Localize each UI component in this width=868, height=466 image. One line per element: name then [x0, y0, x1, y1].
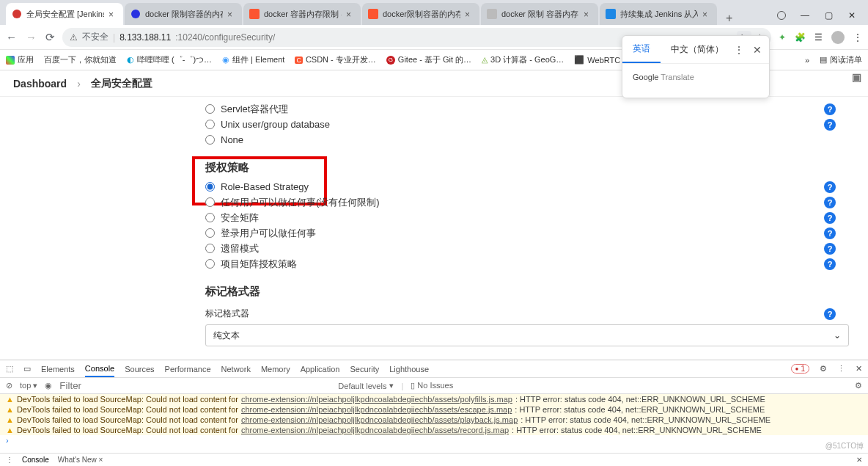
radio-none[interactable]: None [205, 132, 853, 148]
radio-loggedin[interactable]: 登录用户可以做任何事? [205, 225, 853, 241]
svg-rect-2 [249, 9, 260, 19]
bookmark-item[interactable]: GGitee - 基于 Git 的… [386, 54, 471, 65]
baidu-icon [130, 9, 141, 19]
dt-tab-memory[interactable]: Memory [261, 365, 290, 374]
menu-icon[interactable]: ⋮ [837, 364, 845, 374]
bookmark-item[interactable]: CCSDN - 专业开发… [295, 54, 375, 65]
radio-servlet[interactable]: Servlet容器代理? [205, 101, 853, 117]
dt-tab-security[interactable]: Security [350, 365, 379, 374]
breadcrumb-root[interactable]: Dashboard [13, 78, 67, 90]
security-realm-group: Servlet容器代理? Unix user/group database? N… [205, 101, 853, 148]
close-icon[interactable]: × [346, 10, 355, 18]
close-icon[interactable]: × [227, 10, 236, 18]
sourcemap-link[interactable]: chrome-extension://nlpeiachpoljlkpdncoal… [241, 405, 512, 414]
bookmark-item[interactable]: 百度一下，你就知道 [44, 54, 117, 65]
levels-select[interactable]: Default levels ▾ [338, 381, 394, 390]
radio-role-based[interactable]: Role-Based Strategy? [205, 179, 853, 194]
options-icon[interactable]: ⋮ [734, 44, 744, 56]
eye-icon[interactable]: ◉ [45, 381, 52, 390]
maximize-icon[interactable]: ▢ [824, 10, 833, 21]
formatter-select[interactable]: 纯文本 ⌄ [205, 324, 849, 346]
help-icon[interactable]: ? [824, 181, 836, 193]
drawer-console[interactable]: Console [22, 456, 49, 464]
error-count[interactable]: 1 [791, 364, 809, 374]
help-icon[interactable]: ? [824, 243, 836, 255]
extension-icon[interactable]: ✦ [779, 32, 786, 43]
drawer-menu-icon[interactable]: ⋮ [6, 456, 13, 464]
overflow-icon[interactable]: » [805, 56, 809, 65]
sourcemap-link[interactable]: chrome-extension://nlpeiachpoljlkpdncoal… [241, 426, 509, 434]
svg-rect-4 [487, 9, 497, 19]
dt-tab-elements[interactable]: Elements [41, 365, 75, 374]
apps-button[interactable]: 应用 [6, 54, 34, 65]
account-icon[interactable] [777, 11, 786, 20]
help-icon[interactable]: ? [824, 308, 836, 320]
browser-tab-active[interactable]: 全局安全配置 [Jenkins] × [6, 3, 123, 25]
insecure-label: 不安全 [82, 31, 108, 43]
sidebar-icon[interactable]: ☰ [814, 32, 823, 43]
bookmark-item[interactable]: ◐哔哩哔哩 (゜-゜)つ… [127, 54, 212, 65]
dt-tab-application[interactable]: Application [301, 365, 340, 374]
help-icon[interactable]: ? [824, 258, 836, 270]
translate-tab-en[interactable]: 英语 [622, 36, 661, 63]
browser-tab[interactable]: docker限制容器的内存使用 × [362, 3, 479, 25]
radio-unix[interactable]: Unix user/group database? [205, 117, 853, 132]
help-icon[interactable]: ? [824, 197, 836, 208]
bookmark-item[interactable]: ◉组件 | Element [222, 54, 284, 65]
gear-icon[interactable]: ⚙ [820, 364, 827, 374]
browser-tab[interactable]: docker 限制 容器内存 使用 × [481, 3, 598, 25]
translate-tab-zh[interactable]: 中文（简体） [661, 36, 734, 63]
puzzle-icon[interactable]: 🧩 [795, 32, 806, 43]
context-help-icon[interactable]: ▣ [847, 71, 865, 89]
filter-input[interactable] [59, 380, 221, 391]
dt-tab-sources[interactable]: Sources [125, 365, 154, 374]
help-icon[interactable]: ? [824, 103, 836, 115]
gear-icon[interactable]: ⚙ [855, 381, 862, 390]
minimize-icon[interactable]: — [801, 10, 809, 21]
drawer-whatsnew[interactable]: What's New × [58, 456, 103, 464]
reload-icon[interactable]: ⟳ [45, 31, 55, 44]
close-icon[interactable]: × [465, 10, 474, 18]
dt-tab-network[interactable]: Network [221, 365, 251, 374]
sourcemap-link[interactable]: chrome-extension://nlpeiachpoljlkpdncoal… [241, 415, 518, 424]
help-icon[interactable]: ? [824, 212, 836, 224]
context-select[interactable]: top ▾ [20, 381, 37, 390]
console-prompt[interactable]: › [0, 435, 868, 445]
radio-anyone[interactable]: 任何用户可以做任何事(没有任何限制)? [205, 194, 853, 210]
watermark: @51CTO博 [825, 441, 864, 451]
close-icon[interactable]: × [702, 10, 711, 18]
auth-strategy-group: Role-Based Strategy? 任何用户可以做任何事(没有任何限制)?… [205, 179, 853, 272]
menu-icon[interactable]: ⋮ [853, 32, 862, 43]
close-icon[interactable]: ✕ [856, 364, 862, 374]
profile-icon[interactable] [831, 31, 845, 44]
close-icon[interactable]: ✕ [856, 456, 862, 464]
back-icon[interactable]: ← [6, 31, 17, 43]
clear-icon[interactable]: ⊘ [6, 381, 12, 390]
browser-tab[interactable]: 持续集成 Jenkins 从入门到 × [600, 3, 717, 25]
radio-legacy[interactable]: 遗留模式? [205, 241, 853, 256]
dt-tab-lighthouse[interactable]: Lighthouse [389, 365, 429, 374]
dt-tab-performance[interactable]: Performance [165, 365, 211, 374]
new-tab-button[interactable]: + [718, 12, 740, 25]
browser-tab[interactable]: docker 容器内存限制 - CSD × [243, 3, 361, 25]
inspect-icon[interactable]: ⬚ [6, 364, 13, 374]
svg-rect-5 [606, 9, 616, 19]
device-icon[interactable]: ▭ [23, 364, 31, 374]
help-icon[interactable]: ? [824, 119, 836, 131]
insecure-icon: ⚠ [70, 32, 78, 43]
radio-project-matrix[interactable]: 项目矩阵授权策略? [205, 256, 853, 272]
reading-list[interactable]: ▤阅读清单 [820, 54, 862, 65]
help-icon[interactable]: ? [824, 227, 836, 239]
console-warning: ▲DevTools failed to load SourceMap: Coul… [0, 394, 868, 404]
select-value: 纯文本 [213, 330, 240, 342]
sourcemap-link[interactable]: chrome-extension://nlpeiachpoljlkpdncoal… [241, 395, 512, 404]
console-toolbar: ⊘ top ▾ ◉ Default levels ▾ | ▯ No Issues… [0, 378, 868, 394]
close-window-icon[interactable]: ✕ [847, 10, 856, 21]
close-icon[interactable]: × [584, 10, 592, 18]
close-icon[interactable]: ✕ [753, 44, 762, 56]
dt-tab-console[interactable]: Console [85, 360, 114, 377]
close-icon[interactable]: × [108, 10, 117, 18]
radio-matrix[interactable]: 安全矩阵? [205, 210, 853, 225]
browser-tab[interactable]: docker 限制容器的内存_百 × [125, 3, 242, 25]
bookmark-item[interactable]: ◬3D 计算器 - GeoG… [482, 54, 564, 65]
